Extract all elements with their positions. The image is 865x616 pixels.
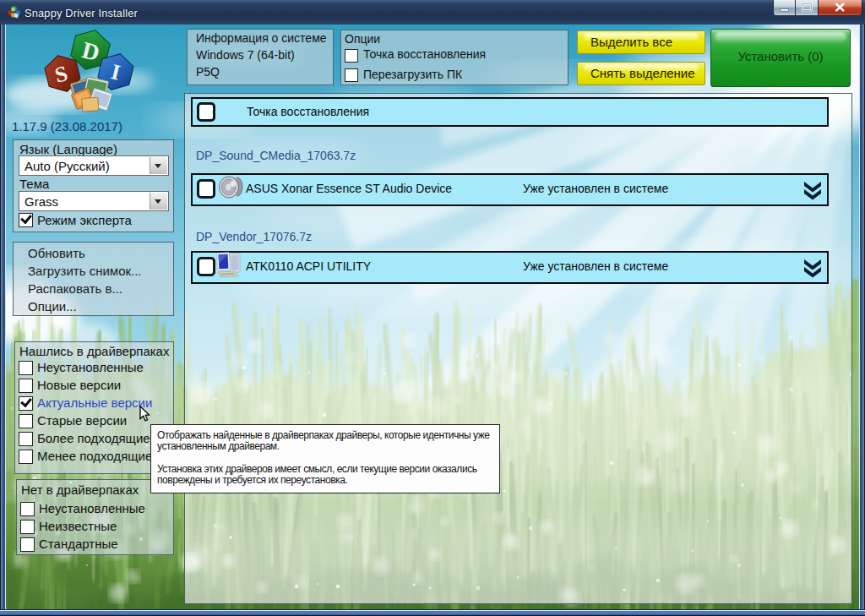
svg-text:D: D: [11, 7, 14, 12]
